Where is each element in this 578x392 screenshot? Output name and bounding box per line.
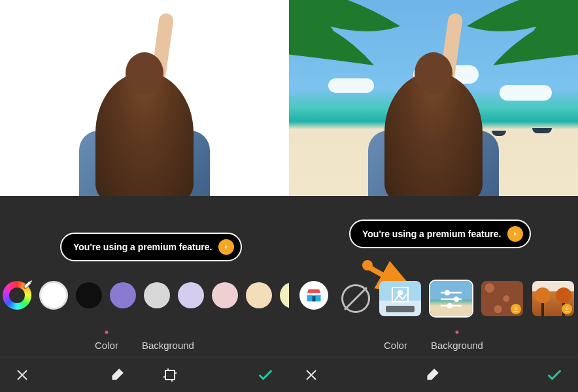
left-pane: You're using a premium feature. Color <box>0 0 289 392</box>
swatch-apricot[interactable] <box>246 282 272 308</box>
right-pane: You're using a premium feature. <box>289 0 578 392</box>
swatch-blush[interactable] <box>212 282 238 308</box>
premium-pill-label: You're using a premium feature. <box>73 242 212 252</box>
premium-pill[interactable]: You're using a premium feature. <box>349 220 531 248</box>
bg-pattern-brown[interactable] <box>481 281 523 316</box>
library-thumb-icon <box>379 281 421 316</box>
tabs-left: Color Background <box>0 333 289 351</box>
bg-autumn-trees[interactable] <box>532 281 574 316</box>
svg-point-14 <box>556 287 571 303</box>
close-button[interactable] <box>14 367 30 383</box>
subject-person <box>368 13 499 196</box>
active-tab-dot <box>105 331 108 334</box>
controls-right: You're using a premium feature. <box>289 196 578 392</box>
svg-point-1 <box>362 260 373 270</box>
bg-none[interactable] <box>341 284 370 313</box>
svg-rect-7 <box>386 306 415 312</box>
close-icon <box>303 367 319 383</box>
svg-point-6 <box>398 290 403 295</box>
bottom-bar-left <box>0 357 289 392</box>
controls-left: You're using a premium feature. Color <box>0 196 289 392</box>
confirm-icon <box>256 366 275 384</box>
bg-library[interactable] <box>379 281 421 316</box>
tabs-right: Color Background <box>289 333 578 351</box>
svg-rect-0 <box>165 370 175 380</box>
erase-button[interactable] <box>424 367 441 384</box>
download-icon <box>511 304 521 314</box>
eyedropper-icon <box>21 278 34 291</box>
tab-color[interactable]: Color <box>95 333 118 351</box>
svg-rect-3 <box>307 293 321 296</box>
svg-point-9 <box>454 297 458 301</box>
tab-background-label: Background <box>142 340 194 351</box>
svg-point-13 <box>535 287 551 303</box>
sliders-icon <box>430 281 472 316</box>
swatch-light-gray[interactable] <box>144 282 170 308</box>
active-tab-dot <box>455 331 458 334</box>
erase-icon <box>424 367 441 384</box>
tab-color-label: Color <box>384 340 407 351</box>
svg-point-8 <box>445 291 449 295</box>
arrow-right-icon <box>507 226 523 242</box>
arrow-right-icon <box>218 239 234 255</box>
bottom-bar-right <box>289 357 578 392</box>
bg-adjust[interactable] <box>430 281 472 316</box>
erase-button[interactable] <box>109 367 126 384</box>
swatch-violet[interactable] <box>110 282 136 308</box>
svg-point-10 <box>448 304 452 308</box>
premium-pill-label: You're using a premium feature. <box>362 229 501 239</box>
tab-color-label: Color <box>95 340 118 351</box>
svg-rect-4 <box>313 296 316 301</box>
tab-background[interactable]: Background <box>431 333 483 351</box>
erase-icon <box>109 367 126 384</box>
download-icon <box>562 304 572 314</box>
subject-person <box>79 13 210 196</box>
tab-background[interactable]: Background <box>142 333 194 351</box>
confirm-icon <box>545 366 564 384</box>
swatch-lavender[interactable] <box>178 282 204 308</box>
swatch-black[interactable] <box>76 282 102 308</box>
store-button[interactable] <box>299 281 328 310</box>
preview-canvas-right[interactable] <box>289 0 578 196</box>
close-button[interactable] <box>303 367 319 383</box>
background-strip[interactable] <box>341 281 574 316</box>
crop-icon <box>162 367 178 383</box>
preview-canvas-left[interactable] <box>0 0 289 196</box>
confirm-button[interactable] <box>545 366 564 384</box>
confirm-button[interactable] <box>256 366 275 384</box>
tab-background-label: Background <box>431 340 483 351</box>
color-picker-wheel[interactable] <box>3 281 31 310</box>
close-icon <box>14 367 30 383</box>
store-icon <box>305 286 323 304</box>
tab-color[interactable]: Color <box>384 333 407 351</box>
crop-button[interactable] <box>162 367 178 383</box>
premium-pill[interactable]: You're using a premium feature. <box>60 233 242 261</box>
swatch-white[interactable] <box>39 281 68 310</box>
